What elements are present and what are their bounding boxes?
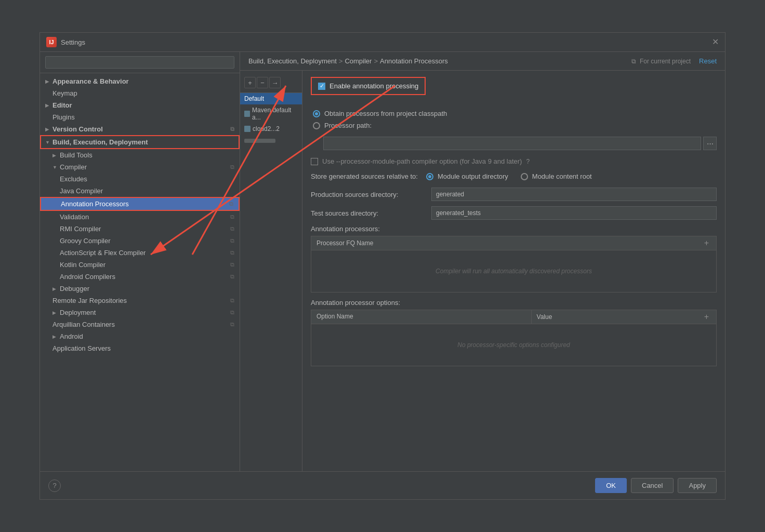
sidebar-item-keymap[interactable]: Keymap bbox=[40, 87, 240, 99]
radio-group: Obtain processors from project classpath… bbox=[311, 110, 717, 129]
copy-icon-kotlin: ⧉ bbox=[230, 261, 234, 268]
sidebar-item-java-compiler[interactable]: Java Compiler bbox=[40, 185, 240, 197]
radio-obtain-dot[interactable] bbox=[313, 110, 320, 117]
sidebar-label-android: Android bbox=[60, 332, 83, 340]
list-item-cloud[interactable]: cloud2...2 bbox=[240, 123, 302, 135]
list-item-label-maven: Maven default a... bbox=[252, 107, 298, 121]
production-sources-input[interactable] bbox=[431, 188, 717, 201]
copy-icon-val: ⧉ bbox=[230, 214, 234, 220]
sidebar-label-validation: Validation bbox=[60, 213, 89, 221]
nav-tree: ▶ Appearance & Behavior Keymap ▶ Editor … bbox=[40, 73, 240, 471]
enable-annotation-row: ✓ Enable annotation processing bbox=[311, 77, 717, 102]
sidebar-label-arquillian: Arquillian Containers bbox=[52, 321, 115, 328]
sidebar-item-debugger[interactable]: ▶ Debugger bbox=[40, 283, 240, 295]
radio-module-output[interactable] bbox=[426, 173, 433, 180]
sidebar-item-remote-jar[interactable]: Remote Jar Repositories ⧉ bbox=[40, 295, 240, 307]
cancel-button[interactable]: Cancel bbox=[631, 478, 674, 493]
content-area: + − → Default Maven default a... bbox=[240, 71, 725, 471]
close-button[interactable]: ✕ bbox=[712, 38, 719, 46]
test-sources-input[interactable] bbox=[431, 206, 717, 220]
search-input[interactable] bbox=[45, 56, 234, 69]
reset-link[interactable]: Reset bbox=[699, 57, 717, 65]
options-col2-header: Value + bbox=[532, 310, 716, 324]
sidebar-item-rmi[interactable]: RMI Compiler ⧉ bbox=[40, 223, 240, 235]
sidebar-label-rmi: RMI Compiler bbox=[60, 225, 101, 233]
copy-icon-rmi: ⧉ bbox=[230, 225, 234, 232]
remove-processor-button[interactable]: − bbox=[257, 77, 268, 88]
sidebar-item-deployment[interactable]: ▶ Deployment ⧉ bbox=[40, 307, 240, 318]
sidebar-label-annotation-processors: Annotation Processors bbox=[61, 200, 129, 208]
sidebar-item-annotation-processors[interactable]: Annotation Processors ⧉ bbox=[40, 197, 240, 211]
options-add-button[interactable]: + bbox=[702, 313, 711, 321]
sidebar-label-groovy: Groovy Compiler bbox=[60, 237, 111, 245]
list-item-maven[interactable]: Maven default a... bbox=[240, 104, 302, 123]
production-sources-row: Production sources directory: bbox=[311, 188, 717, 201]
sidebar-item-kotlin[interactable]: Kotlin Compiler ⧉ bbox=[40, 259, 240, 271]
annotation-options-empty: No processor-specific options configured bbox=[311, 324, 716, 366]
list-item-label-cloud: cloud2...2 bbox=[253, 125, 280, 132]
annotation-processors-header: Processor FQ Name + bbox=[311, 236, 716, 250]
sidebar-item-android[interactable]: ▶ Android bbox=[40, 330, 240, 342]
apply-button[interactable]: Apply bbox=[678, 478, 717, 493]
sidebar-item-excludes[interactable]: Excludes bbox=[40, 173, 240, 185]
sidebar-item-actionscript[interactable]: ActionScript & Flex Compiler ⧉ bbox=[40, 247, 240, 259]
sidebar-item-plugins[interactable]: Plugins bbox=[40, 111, 240, 123]
list-item-default[interactable]: Default bbox=[240, 93, 302, 104]
main-content: Build, Execution, Deployment > Compiler … bbox=[240, 52, 725, 471]
add-processor-button[interactable]: + bbox=[244, 77, 256, 88]
sidebar-item-build[interactable]: ▼ Build, Execution, Deployment bbox=[40, 135, 240, 149]
sidebar-item-arquillian[interactable]: Arquillian Containers ⧉ bbox=[40, 318, 240, 330]
sidebar-item-build-tools[interactable]: ▶ Build Tools bbox=[40, 149, 240, 161]
annotation-processors-empty: Compiler will run all automatically disc… bbox=[311, 250, 716, 292]
annotation-options-section: Annotation processor options: Option Nam… bbox=[311, 299, 717, 366]
enable-annotation-box: ✓ Enable annotation processing bbox=[311, 77, 426, 95]
copy-icon-deploy: ⧉ bbox=[230, 309, 234, 316]
enable-annotation-label: Enable annotation processing bbox=[329, 82, 418, 90]
help-button[interactable]: ? bbox=[48, 480, 61, 492]
use-module-path-checkbox[interactable] bbox=[311, 158, 318, 165]
action-buttons: OK Cancel Apply bbox=[595, 478, 717, 493]
annotation-processors-section: Annotation processors: Processor FQ Name… bbox=[311, 225, 717, 292]
use-module-path-label: Use --processor-module-path compiler opt… bbox=[322, 157, 522, 165]
help-icon-module[interactable]: ? bbox=[526, 158, 530, 165]
sidebar-label-debugger: Debugger bbox=[60, 285, 89, 292]
sidebar-item-appearance[interactable]: ▶ Appearance & Behavior bbox=[40, 75, 240, 87]
annotation-options-label: Annotation processor options: bbox=[311, 299, 717, 307]
sidebar-item-android-compilers[interactable]: Android Compilers ⧉ bbox=[40, 271, 240, 283]
title-bar-left: IJ Settings bbox=[46, 37, 85, 47]
copy-icon-compiler: ⧉ bbox=[230, 164, 234, 170]
scroll-indicator bbox=[240, 135, 302, 147]
sidebar-label-java-compiler: Java Compiler bbox=[60, 187, 103, 195]
enable-annotation-checkbox[interactable]: ✓ bbox=[318, 83, 325, 90]
title-bar: IJ Settings ✕ bbox=[40, 33, 725, 52]
test-sources-label: Test sources directory: bbox=[311, 209, 425, 217]
radio-processor-path[interactable]: Processor path: bbox=[313, 122, 717, 129]
sidebar-item-editor[interactable]: ▶ Editor bbox=[40, 99, 240, 111]
radio-obtain-classpath[interactable]: Obtain processors from project classpath bbox=[313, 110, 717, 117]
processor-path-input[interactable] bbox=[323, 137, 701, 150]
sidebar-item-compiler[interactable]: ▼ Compiler ⧉ bbox=[40, 161, 240, 173]
copy-icon-as: ⧉ bbox=[230, 249, 234, 256]
sidebar-item-app-servers[interactable]: Application Servers bbox=[40, 342, 240, 354]
expand-icon-bt: ▶ bbox=[52, 153, 58, 158]
sidebar-item-groovy[interactable]: Groovy Compiler ⧉ bbox=[40, 235, 240, 247]
copy-icon-rj: ⧉ bbox=[230, 297, 234, 304]
processor-path-browse-button[interactable]: ⋯ bbox=[703, 137, 717, 150]
breadcrumb-part3: Annotation Processors bbox=[380, 57, 448, 65]
sidebar-label-remote-jar: Remote Jar Repositories bbox=[52, 297, 127, 304]
mini-scrollbar bbox=[244, 139, 275, 143]
expand-icon-editor: ▶ bbox=[45, 103, 50, 108]
radio-module-content[interactable] bbox=[521, 173, 528, 180]
dialog-title: Settings bbox=[61, 38, 85, 46]
sidebar-label-build-tools: Build Tools bbox=[60, 151, 93, 159]
test-sources-row: Test sources directory: bbox=[311, 206, 717, 220]
annotation-add-button[interactable]: + bbox=[702, 239, 711, 247]
breadcrumb: Build, Execution, Deployment > Compiler … bbox=[248, 57, 448, 65]
radio-path-dot[interactable] bbox=[313, 122, 320, 129]
ok-button[interactable]: OK bbox=[595, 478, 627, 493]
sidebar-item-version-control[interactable]: ▶ Version Control ⧉ bbox=[40, 123, 240, 135]
radio-module-content-label: Module content root bbox=[532, 172, 592, 180]
sidebar-label-keymap: Keymap bbox=[52, 89, 77, 97]
sidebar-item-validation[interactable]: Validation ⧉ bbox=[40, 211, 240, 223]
navigate-processor-button[interactable]: → bbox=[269, 77, 281, 88]
